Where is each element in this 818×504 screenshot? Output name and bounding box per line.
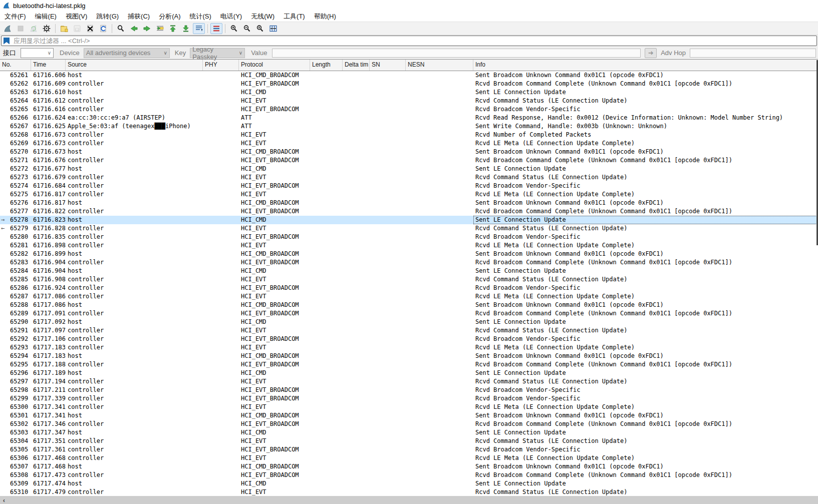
packet-row[interactable]: 65292 61717.106 controller HCI_EVT_BROAD… xyxy=(0,335,818,343)
packet-row[interactable]: 65263 61716.610 host HCI_CMD Sent LE Con… xyxy=(0,88,818,97)
menu-file[interactable]: 文件(F) xyxy=(0,11,31,22)
zoom-in-button[interactable] xyxy=(228,23,240,34)
packet-row[interactable]: 65309 61717.474 host HCI_CMD Sent LE Con… xyxy=(0,479,818,488)
packet-row[interactable]: 65268 61716.673 controller HCI_EVT Rcvd … xyxy=(0,131,818,139)
auto-scroll-toggle-button[interactable] xyxy=(193,23,205,34)
packet-row[interactable]: 65285 61716.908 controller HCI_EVT Rcvd … xyxy=(0,275,818,284)
packet-row[interactable]: 65310 61717.479 controller HCI_EVT Rcvd … xyxy=(0,488,818,496)
column-header-delta-time[interactable]: Delta tim xyxy=(343,60,370,71)
column-header-info[interactable]: Info xyxy=(473,60,818,71)
packet-row[interactable]: 65303 61717.347 host HCI_CMD Sent LE Con… xyxy=(0,428,818,437)
menu-telephony[interactable]: 电话(Y) xyxy=(216,11,246,22)
adv-hop-apply-button[interactable]: ➜ xyxy=(645,48,657,58)
colorize-toggle-button[interactable] xyxy=(210,23,222,34)
packet-row[interactable]: 65272 61716.677 host HCI_CMD Sent LE Con… xyxy=(0,165,818,173)
menu-view[interactable]: 视图(V) xyxy=(61,11,92,22)
packet-row[interactable]: 65295 61717.188 controller HCI_EVT_BROAD… xyxy=(0,360,818,369)
reload-file-button[interactable] xyxy=(97,23,109,34)
packet-row[interactable]: 65289 61717.091 controller HCI_EVT_BROAD… xyxy=(0,309,818,318)
resize-columns-button[interactable] xyxy=(267,23,279,34)
packet-row[interactable]: 65307 61717.468 host HCI_CMD_BROADCOM Se… xyxy=(0,462,818,471)
packet-row[interactable]: 65276 61716.817 host HCI_CMD_BROADCOM Se… xyxy=(0,199,818,207)
packet-row[interactable]: 65284 61716.904 host HCI_CMD Sent LE Con… xyxy=(0,267,818,275)
display-filter-input[interactable] xyxy=(13,37,816,45)
go-forward-button[interactable] xyxy=(141,23,153,34)
menu-wireless[interactable]: 无线(W) xyxy=(246,11,279,22)
menu-capture[interactable]: 捕获(C) xyxy=(123,11,154,22)
packet-row[interactable]: 65277 61716.822 controller HCI_EVT_BROAD… xyxy=(0,207,818,216)
interface-select[interactable]: ∨ xyxy=(21,48,54,58)
packet-row[interactable]: 65271 61716.676 controller HCI_EVT_BROAD… xyxy=(0,156,818,165)
column-header-source[interactable]: Source xyxy=(66,60,203,71)
menu-statistics[interactable]: 统计(S) xyxy=(185,11,215,22)
column-header-sn[interactable]: SN xyxy=(370,60,406,71)
packet-row[interactable]: 65261 61716.606 host HCI_CMD_BROADCOM Se… xyxy=(0,71,818,80)
menu-tools[interactable]: 工具(T) xyxy=(279,11,310,22)
menu-go[interactable]: 跳转(G) xyxy=(92,11,123,22)
packet-row[interactable]: →65278 61716.823 host HCI_CMD Sent LE Co… xyxy=(0,216,818,224)
packet-row[interactable]: 65262 61716.609 controller HCI_EVT_BROAD… xyxy=(0,80,818,88)
packet-row[interactable]: 65293 61717.183 controller HCI_EVT Rcvd … xyxy=(0,343,818,352)
packet-row[interactable]: 65299 61717.339 controller HCI_EVT_BROAD… xyxy=(0,394,818,403)
packet-row[interactable]: 65294 61717.183 host HCI_CMD_BROADCOM Se… xyxy=(0,352,818,360)
column-header-length[interactable]: Length xyxy=(310,60,343,71)
value-input[interactable] xyxy=(272,49,641,58)
packet-row[interactable]: 65297 61717.194 controller HCI_EVT Rcvd … xyxy=(0,377,818,386)
open-file-button[interactable] xyxy=(58,23,70,34)
horizontal-scrollbar[interactable]: ‹ xyxy=(0,496,818,504)
packet-row[interactable]: 65291 61717.097 controller HCI_EVT Rcvd … xyxy=(0,326,818,335)
packet-row[interactable]: 65264 61716.612 controller HCI_EVT Rcvd … xyxy=(0,97,818,105)
zoom-out-button[interactable] xyxy=(241,23,253,34)
display-filter-field[interactable] xyxy=(1,36,817,46)
packet-row[interactable]: ←65279 61716.828 controller HCI_EVT Rcvd… xyxy=(0,224,818,233)
packet-row[interactable]: 65275 61716.817 controller HCI_EVT Rcvd … xyxy=(0,190,818,199)
packet-row[interactable]: 65281 61716.898 controller HCI_EVT Rcvd … xyxy=(0,241,818,250)
packet-row[interactable]: 65274 61716.684 controller HCI_EVT_BROAD… xyxy=(0,182,818,190)
go-to-bottom-button[interactable] xyxy=(180,23,192,34)
capture-options-button[interactable] xyxy=(41,23,53,34)
packet-row[interactable]: 65287 61717.086 controller HCI_EVT Rcvd … xyxy=(0,292,818,301)
menu-analyze[interactable]: 分析(A) xyxy=(154,11,185,22)
packet-row[interactable]: 65266 61716.624 ea:cc:30:cc:e9:a7 (AIRST… xyxy=(0,114,818,122)
packet-row[interactable]: 65305 61717.361 controller HCI_EVT_BROAD… xyxy=(0,445,818,454)
packet-row[interactable]: 65308 61717.473 controller HCI_EVT_BROAD… xyxy=(0,471,818,479)
start-capture-button[interactable] xyxy=(2,23,14,34)
restart-capture-button[interactable] xyxy=(28,23,40,34)
key-select[interactable]: Legacy Passkey ∨ xyxy=(190,48,245,58)
filter-bookmark-icon[interactable] xyxy=(4,38,10,45)
column-header-protocol[interactable]: Protocol xyxy=(239,60,310,71)
packet-row[interactable]: 65290 61717.092 host HCI_CMD Sent LE Con… xyxy=(0,318,818,326)
zoom-reset-button[interactable] xyxy=(254,23,266,34)
packet-row[interactable]: 65269 61716.673 controller HCI_EVT Rcvd … xyxy=(0,139,818,148)
column-header-no[interactable]: No. xyxy=(0,60,31,71)
scroll-left-arrow-icon[interactable]: ‹ xyxy=(0,496,8,504)
stop-capture-button[interactable] xyxy=(15,23,27,34)
packet-row[interactable]: 65301 61717.341 host HCI_CMD_BROADCOM Se… xyxy=(0,411,818,420)
packet-row[interactable]: 65298 61717.211 controller HCI_EVT_BROAD… xyxy=(0,386,818,394)
packet-row[interactable]: 65286 61716.924 controller HCI_EVT_BROAD… xyxy=(0,284,818,292)
packet-row[interactable]: 65304 61717.351 controller HCI_EVT Rcvd … xyxy=(0,437,818,445)
packet-row[interactable]: 65270 61716.673 host HCI_CMD_BROADCOM Se… xyxy=(0,148,818,156)
go-to-top-button[interactable] xyxy=(167,23,179,34)
packet-row[interactable]: 65273 61716.679 controller HCI_EVT Rcvd … xyxy=(0,173,818,182)
packet-list-body[interactable]: 65261 61716.606 host HCI_CMD_BROADCOM Se… xyxy=(0,71,818,497)
packet-row[interactable]: 65288 61717.086 host HCI_CMD_BROADCOM Se… xyxy=(0,301,818,309)
go-back-button[interactable] xyxy=(128,23,140,34)
go-to-packet-button[interactable] xyxy=(154,23,166,34)
packet-row[interactable]: 65280 61716.835 controller HCI_EVT_BROAD… xyxy=(0,233,818,241)
packet-row[interactable]: 65300 61717.341 controller HCI_EVT Rcvd … xyxy=(0,403,818,411)
device-select[interactable]: All advertising devices ∨ xyxy=(84,48,170,58)
packet-row[interactable]: 65306 61717.468 controller HCI_EVT Rcvd … xyxy=(0,454,818,462)
adv-hop-input[interactable] xyxy=(690,49,816,58)
column-header-time[interactable]: Time xyxy=(31,60,66,71)
save-file-button[interactable]: 010 xyxy=(71,23,83,34)
packet-row[interactable]: 65265 61716.616 controller HCI_EVT_BROAD… xyxy=(0,105,818,114)
packet-row[interactable]: 65283 61716.904 controller HCI_EVT_BROAD… xyxy=(0,258,818,267)
find-packet-button[interactable] xyxy=(115,23,127,34)
packet-row[interactable]: 65296 61717.189 host HCI_CMD Sent LE Con… xyxy=(0,369,818,377)
close-file-button[interactable] xyxy=(84,23,96,34)
column-header-phy[interactable]: PHY xyxy=(203,60,239,71)
packet-row[interactable]: 65302 61717.346 controller HCI_EVT_BROAD… xyxy=(0,420,818,428)
column-header-nesn[interactable]: NESN xyxy=(406,60,473,71)
packet-row[interactable]: 65282 61716.899 host HCI_CMD_BROADCOM Se… xyxy=(0,250,818,258)
